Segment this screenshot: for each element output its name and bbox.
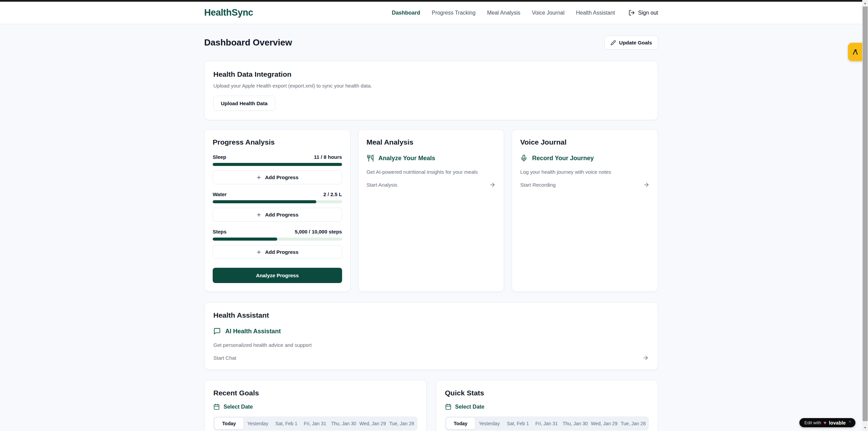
arrow-right-icon [642, 355, 649, 361]
sleep-progress-bar [213, 163, 342, 166]
analyze-your-meals-link[interactable]: Analyze Your Meals [367, 154, 496, 162]
sleep-value: 11 / 8 hours [314, 154, 342, 160]
add-steps-progress-button[interactable]: Add Progress [213, 245, 342, 259]
calendar-icon [445, 404, 451, 410]
scrollbar-thumb[interactable] [863, 6, 868, 421]
meal-analysis-title: Meal Analysis [367, 138, 496, 146]
update-goals-button[interactable]: Update Goals [604, 36, 658, 50]
quick-stats-title: Quick Stats [445, 389, 649, 397]
health-data-integration-title: Health Data Integration [213, 70, 649, 78]
vertical-scrollbar[interactable]: ▲ ▼ [862, 0, 868, 431]
voice-journal-card: Voice Journal Record Your Journey Log yo… [512, 129, 658, 292]
edit-with-lovable-badge[interactable]: Edit with ♥ lovable × [799, 418, 855, 427]
start-chat-label: Start Chat [213, 355, 236, 361]
quick-stats-card: Quick Stats Select Date Today Yesterday … [436, 380, 658, 431]
health-data-integration-description: Upload your Apple Health export (export.… [213, 83, 649, 89]
recent-goals-select-date[interactable]: Select Date [213, 404, 418, 410]
scroll-down-icon[interactable]: ▼ [862, 425, 868, 431]
sleep-metric: Sleep 11 / 8 hours Add Progress [213, 154, 342, 184]
water-progress-bar [213, 200, 342, 203]
recent-goals-card: Recent Goals Select Date Today Yesterday… [204, 380, 427, 431]
sign-out-button[interactable]: Sign out [628, 10, 658, 16]
nav-meal-analysis[interactable]: Meal Analysis [487, 10, 520, 16]
start-analysis-link[interactable]: Start Analysis [367, 182, 496, 188]
date-tab-today[interactable]: Today [215, 418, 243, 429]
date-tab-tue-jan-28[interactable]: Tue, Jan 28 [619, 418, 648, 429]
select-date-label: Select Date [224, 404, 253, 410]
record-your-journey-link[interactable]: Record Your Journey [520, 154, 650, 162]
voice-journal-description: Log your health journey with voice notes [520, 169, 650, 175]
start-recording-link[interactable]: Start Recording [520, 182, 650, 188]
ai-health-assistant-link[interactable]: AI Health Assistant [213, 327, 649, 335]
calendar-icon [213, 404, 220, 410]
lovable-logo-icon [851, 48, 859, 56]
recent-goals-date-tabs: Today Yesterday Sat, Feb 1 Fri, Jan 31 T… [213, 416, 418, 431]
add-progress-label: Add Progress [265, 212, 298, 218]
progress-analysis-card: Progress Analysis Sleep 11 / 8 hours Add… [204, 129, 351, 292]
date-tab-sat-feb-1[interactable]: Sat, Feb 1 [503, 418, 532, 429]
health-assistant-card: Health Assistant AI Health Assistant Get… [204, 302, 658, 370]
start-chat-link[interactable]: Start Chat [213, 355, 649, 361]
microphone-icon [520, 154, 528, 162]
steps-progress-bar [213, 238, 342, 241]
steps-label: Steps [213, 229, 227, 235]
date-tab-yesterday[interactable]: Yesterday [243, 418, 272, 429]
nav-voice-journal[interactable]: Voice Journal [532, 10, 564, 16]
utensils-icon [367, 154, 374, 162]
sleep-progress-fill [213, 163, 342, 166]
analyze-your-meals-label: Analyze Your Meals [378, 155, 435, 162]
water-value: 2 / 2.5 L [323, 191, 342, 197]
add-progress-label: Add Progress [265, 174, 298, 180]
water-metric: Water 2 / 2.5 L Add Progress [213, 191, 342, 222]
nav-health-assistant[interactable]: Health Assistant [576, 10, 615, 16]
steps-metric: Steps 5,000 / 10,000 steps Add Progress [213, 229, 342, 259]
plus-icon [256, 212, 262, 218]
page-title: Dashboard Overview [204, 37, 292, 48]
date-tab-fri-jan-31[interactable]: Fri, Jan 31 [301, 418, 329, 429]
health-data-integration-card: Health Data Integration Upload your Appl… [204, 61, 658, 120]
add-sleep-progress-button[interactable]: Add Progress [213, 170, 342, 184]
voice-journal-title: Voice Journal [520, 138, 650, 146]
date-tab-fri-jan-31[interactable]: Fri, Jan 31 [532, 418, 561, 429]
meal-analysis-description: Get AI-powered nutritional insights for … [367, 169, 496, 175]
date-tab-tue-jan-28[interactable]: Tue, Jan 28 [387, 418, 416, 429]
scroll-up-icon[interactable]: ▲ [862, 0, 868, 6]
logout-icon [628, 10, 635, 16]
close-badge-icon[interactable]: × [849, 419, 851, 424]
plus-icon [256, 249, 262, 255]
start-recording-label: Start Recording [520, 182, 555, 188]
quick-stats-date-tabs: Today Yesterday Sat, Feb 1 Fri, Jan 31 T… [445, 416, 649, 431]
main-nav: Dashboard Progress Tracking Meal Analysi… [392, 10, 658, 16]
date-tab-thu-jan-30[interactable]: Thu, Jan 30 [561, 418, 589, 429]
water-progress-fill [213, 200, 316, 203]
edit-with-label: Edit with [804, 420, 821, 425]
sleep-label: Sleep [213, 154, 226, 160]
date-tab-wed-jan-29[interactable]: Wed, Jan 29 [589, 418, 619, 429]
date-tab-sat-feb-1[interactable]: Sat, Feb 1 [272, 418, 301, 429]
water-label: Water [213, 191, 227, 197]
steps-progress-fill [213, 238, 277, 241]
app-header: HealthSync Dashboard Progress Tracking M… [0, 2, 862, 24]
upload-health-data-button[interactable]: Upload Health Data [213, 96, 275, 111]
quick-stats-select-date[interactable]: Select Date [445, 404, 649, 410]
date-tab-yesterday[interactable]: Yesterday [475, 418, 503, 429]
health-assistant-title: Health Assistant [213, 311, 649, 319]
pencil-icon [610, 40, 616, 45]
arrow-right-icon [643, 182, 650, 188]
date-tab-today[interactable]: Today [446, 418, 475, 429]
nav-progress-tracking[interactable]: Progress Tracking [432, 10, 476, 16]
meal-analysis-card: Meal Analysis Analyze Your Meals Get AI-… [358, 129, 504, 292]
health-assistant-description: Get personalized health advice and suppo… [213, 342, 649, 348]
sign-out-label: Sign out [638, 10, 658, 16]
date-tab-wed-jan-29[interactable]: Wed, Jan 29 [358, 418, 387, 429]
app-logo: HealthSync [204, 7, 253, 18]
chat-bubble-icon [213, 327, 221, 335]
lovable-editor-tab[interactable] [848, 43, 862, 61]
nav-dashboard[interactable]: Dashboard [392, 10, 420, 16]
plus-icon [256, 175, 262, 180]
date-tab-thu-jan-30[interactable]: Thu, Jan 30 [329, 418, 358, 429]
add-progress-label: Add Progress [265, 249, 298, 255]
add-water-progress-button[interactable]: Add Progress [213, 208, 342, 222]
window-edge-strip [0, 0, 862, 2]
analyze-progress-button[interactable]: Analyze Progress [213, 268, 342, 283]
